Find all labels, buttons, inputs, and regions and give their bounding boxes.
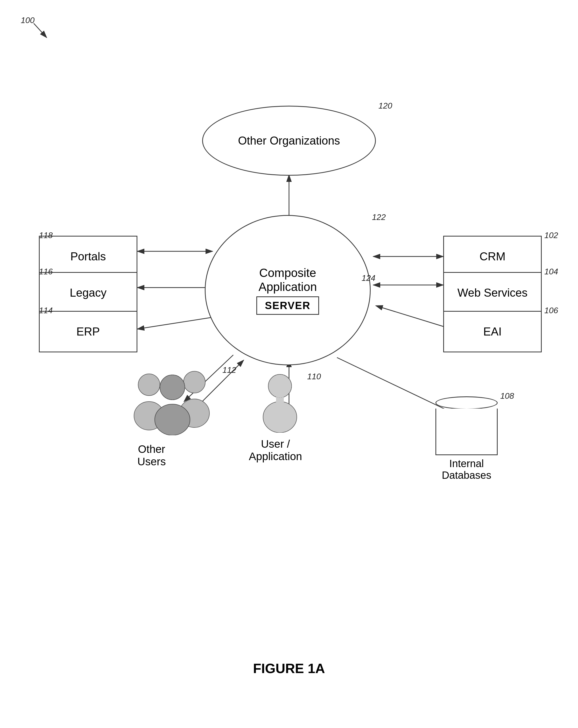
svg-line-3	[34, 23, 47, 37]
portals-node: Portals	[39, 236, 137, 277]
server-ref: 124	[361, 273, 375, 283]
composite-ref: 122	[372, 212, 386, 222]
diagram: 100	[0, 0, 578, 728]
user-app-node	[254, 373, 306, 434]
svg-point-21	[183, 371, 205, 393]
other-users-ref: 112	[222, 365, 236, 375]
cylinder-top	[435, 396, 498, 409]
other-orgs-node: Other Organizations	[202, 106, 376, 176]
legacy-ref: 116	[39, 267, 53, 277]
figure-title: FIGURE 1A	[253, 661, 325, 676]
internal-db-node: InternalDatabases	[435, 396, 498, 481]
crm-ref: 102	[544, 231, 558, 240]
eai-ref: 106	[544, 306, 558, 315]
legacy-node: Legacy	[39, 272, 137, 313]
other-users-label: OtherUsers	[137, 443, 166, 468]
composite-app-label: CompositeApplication	[258, 266, 317, 294]
composite-app-node: CompositeApplication SERVER	[205, 215, 371, 365]
user-app-ref: 110	[307, 372, 321, 381]
svg-line-10	[137, 316, 220, 329]
svg-point-16	[263, 401, 297, 433]
eai-node: EAI	[443, 311, 542, 352]
erp-ref: 114	[39, 306, 53, 315]
svg-line-7	[376, 306, 443, 327]
figure-ref-100: 100	[21, 16, 34, 25]
erp-node: ERP	[39, 311, 137, 352]
other-users-node	[124, 368, 223, 436]
other-orgs-label: Other Organizations	[238, 134, 340, 147]
svg-point-24	[155, 404, 190, 435]
svg-point-19	[138, 374, 160, 396]
other-orgs-ref: 120	[378, 101, 392, 111]
web-services-node: Web Services	[443, 272, 542, 313]
web-services-ref: 104	[544, 267, 558, 277]
internal-db-label: InternalDatabases	[442, 458, 491, 481]
portals-ref: 118	[39, 231, 53, 240]
cylinder-body	[435, 409, 498, 455]
crm-node: CRM	[443, 236, 542, 277]
user-app-label: User /Application	[249, 438, 302, 463]
internal-db-ref: 108	[500, 391, 514, 401]
server-box: SERVER	[256, 296, 319, 315]
